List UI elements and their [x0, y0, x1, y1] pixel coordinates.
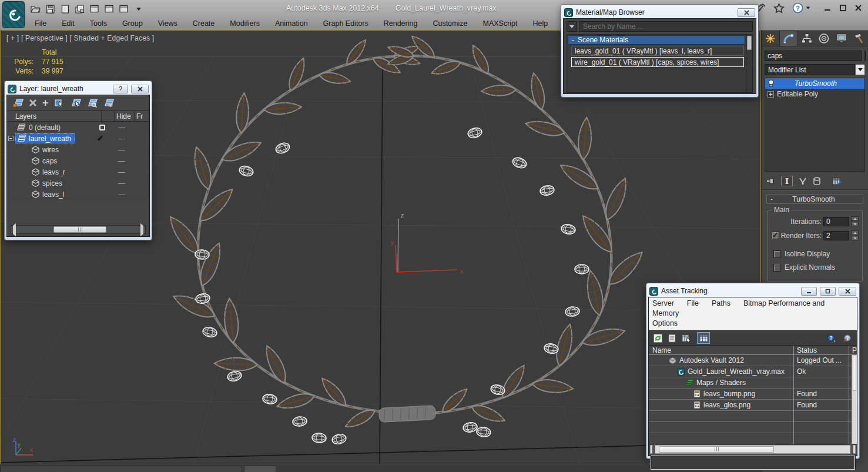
open-file-icon[interactable] — [31, 4, 41, 14]
tab-hierarchy[interactable] — [798, 31, 816, 46]
hide-toggle[interactable]: — — [112, 179, 132, 188]
render-iters-spinner[interactable] — [851, 230, 859, 240]
modifier-list-dropdown[interactable]: Modifier List — [765, 64, 855, 75]
column-name[interactable]: Name — [649, 346, 857, 354]
report-view-icon[interactable] — [668, 334, 676, 343]
render-iters-field[interactable]: 2 — [823, 231, 849, 240]
close-button[interactable] — [854, 4, 862, 12]
asset-row-bitmap[interactable]: leavs_bump.png Found — [649, 389, 857, 400]
select-asset-view-icon[interactable] — [682, 334, 691, 343]
object-color-swatch[interactable] — [864, 51, 866, 61]
stack-item-editable-poly[interactable]: Editable Poly — [765, 89, 864, 99]
layer-horizontal-scrollbar[interactable] — [11, 225, 146, 234]
help-mode-icon[interactable]: ? — [827, 334, 837, 343]
project-folder-icon[interactable] — [75, 4, 85, 14]
hide-toggle[interactable]: — — [112, 190, 132, 199]
menu-rendering[interactable]: Rendering — [376, 19, 425, 28]
menu-customize[interactable]: Customize — [425, 19, 475, 28]
menu-file[interactable]: File — [687, 299, 699, 307]
menu-tools[interactable]: Tools — [82, 19, 115, 28]
hide-toggle[interactable]: — — [112, 168, 132, 176]
current-layer-box[interactable] — [99, 125, 105, 130]
menu-create[interactable]: Create — [185, 19, 223, 28]
layer-properties-icon[interactable] — [103, 98, 114, 108]
show-end-result-icon[interactable]: I — [781, 176, 793, 186]
material-browser-close-button[interactable] — [738, 8, 755, 17]
remove-modifier-icon[interactable] — [813, 177, 821, 186]
menu-file[interactable]: File — [27, 19, 54, 28]
scrollbar-thumb[interactable] — [53, 226, 106, 233]
toolbar-caret-down-icon[interactable] — [133, 4, 143, 14]
hide-toggle[interactable]: — — [112, 146, 132, 154]
asset-row-max-file[interactable]: Gold_Laurel_Wreath_vray.max Ok — [649, 366, 857, 377]
viewport-label[interactable]: [ + ] [ Perspective ] [ Shaded + Edged F… — [6, 34, 154, 42]
current-layer-check[interactable]: ✓ — [97, 134, 103, 143]
hide-toggle[interactable]: — — [112, 123, 132, 132]
explicit-normals-checkbox[interactable] — [773, 264, 781, 272]
column-hide[interactable]: Hide — [114, 111, 134, 121]
browser-options-dropdown[interactable] — [567, 21, 577, 32]
save-file-icon[interactable] — [45, 4, 55, 14]
pin-stack-icon[interactable] — [766, 177, 776, 185]
select-objects-in-layer-icon[interactable] — [54, 98, 65, 108]
asset-close-button[interactable] — [839, 287, 856, 296]
iterations-field[interactable]: 0 — [823, 217, 849, 226]
asset-row-maps[interactable]: Maps / Shaders — [649, 377, 857, 389]
select-layer-icon[interactable] — [70, 98, 81, 108]
stack-item-turbosmooth[interactable]: TurboSmooth — [765, 78, 864, 89]
collapse-expander[interactable] — [8, 136, 14, 141]
make-unique-icon[interactable] — [798, 177, 807, 185]
menu-modifiers[interactable]: Modifiers — [222, 19, 267, 28]
hide-toggle[interactable]: — — [112, 157, 132, 165]
tab-display[interactable] — [833, 31, 850, 46]
maximize-button[interactable] — [839, 4, 847, 12]
refresh-icon[interactable] — [653, 334, 662, 343]
column-path[interactable]: P — [852, 346, 857, 354]
delete-layer-icon[interactable] — [29, 99, 37, 107]
menu-server[interactable]: Server — [652, 299, 674, 307]
column-status[interactable]: Status — [797, 346, 817, 354]
menu-edit[interactable]: Edit — [54, 19, 82, 28]
asset-horizontal-scrollbar[interactable] — [650, 445, 856, 454]
layer-help-button[interactable]: ? — [113, 85, 128, 93]
menu-help[interactable]: Help — [525, 19, 556, 28]
material-browser-titlebar[interactable]: Material/Map Browser — [563, 6, 756, 18]
favorites-star-icon[interactable] — [773, 3, 785, 14]
fetch-icon[interactable] — [119, 4, 129, 14]
column-freeze[interactable]: Fr — [134, 111, 149, 121]
iterations-spinner[interactable] — [851, 216, 859, 226]
add-to-layer-icon[interactable]: + — [42, 97, 49, 109]
menu-animation[interactable]: Animation — [267, 19, 316, 28]
render-iters-checkbox[interactable]: ✓ — [772, 232, 779, 239]
asset-restore-button[interactable] — [820, 287, 836, 296]
column-layers[interactable]: Layers — [7, 112, 101, 120]
scrollbar-thumb[interactable] — [747, 36, 752, 50]
tab-modify[interactable] — [779, 31, 798, 46]
layer-object-row[interactable]: leavs_l — — [7, 189, 149, 200]
layer-object-row[interactable]: wires — — [7, 144, 149, 155]
menu-group[interactable]: Group — [115, 19, 150, 28]
menu-paths[interactable]: Paths — [712, 299, 730, 307]
app-logo-button[interactable] — [2, 1, 25, 28]
tab-motion[interactable] — [815, 31, 833, 46]
material-item-wire-gold[interactable]: wire_gold_01 ( VRayMtl ) [caps, spices, … — [571, 57, 744, 67]
menu-bitmap-performance[interactable]: Bitmap Performance and Memory — [652, 299, 825, 317]
material-vertical-scrollbar[interactable] — [746, 35, 752, 92]
asset-tracking-titlebar[interactable]: Asset Tracking — [648, 285, 857, 297]
menu-views[interactable]: Views — [150, 19, 185, 28]
scene-materials-section[interactable]: - Scene Materials — [568, 35, 745, 45]
isoline-display-checkbox[interactable] — [773, 250, 781, 258]
layer-object-row[interactable]: caps — — [7, 155, 149, 166]
menu-maxscript[interactable]: MAXScript — [475, 19, 525, 28]
help-icon[interactable]: ? — [792, 2, 810, 14]
modifier-list-arrow-button[interactable] — [855, 64, 865, 75]
material-item-leavs-gold[interactable]: leavs_gold_01 ( VRayMtl ) [leavs_l, leav… — [571, 46, 744, 56]
turbosmooth-rollout-header[interactable]: - TurboSmooth — [766, 194, 863, 204]
layer-object-row[interactable]: leavs_r — — [7, 166, 149, 178]
layer-row-default[interactable]: 0 (default) — — [7, 122, 149, 133]
hide-toggle[interactable]: — — [112, 135, 132, 143]
undo-icon[interactable] — [89, 4, 99, 14]
tab-create[interactable] — [762, 31, 779, 46]
scrollbar-thumb[interactable] — [659, 446, 774, 453]
menu-options[interactable]: Options — [652, 319, 678, 327]
